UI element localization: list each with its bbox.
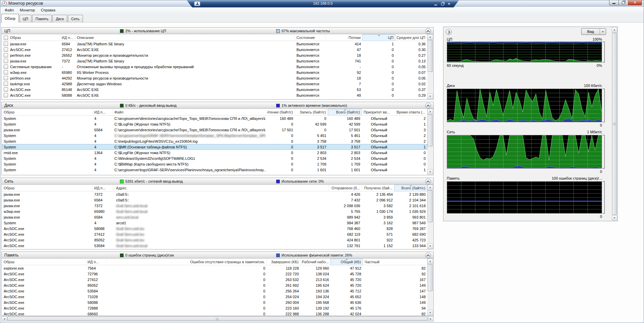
column-header[interactable]: Общий (КБ) (331, 259, 363, 265)
table-row[interactable]: rmid.exe1364C:\$LogFile (Журнал тома NTF… (2, 150, 427, 155)
scroll-left-icon[interactable]: ◄ (2, 316, 7, 321)
scroll-up-icon[interactable]: ▲ (427, 185, 433, 190)
scrollbar-thumb[interactable] (612, 33, 617, 215)
table-row[interactable]: w3wp.exe65980IIS Worker ProcessВыполняет… (2, 70, 427, 75)
cpu-scrollbar[interactable]: ▲ ▼ (427, 34, 433, 99)
column-header[interactable]: ИД п... (93, 109, 113, 116)
table-row[interactable]: perfmon.exe44292Монитор ресурсов и произ… (2, 75, 427, 81)
collapse-button[interactable] (425, 103, 431, 108)
table-row[interactable]: ArcSOC.exe274120263 532213 61645 720167 (2, 277, 427, 282)
column-header[interactable]: Завершено (КБ) (267, 259, 301, 265)
table-row[interactable]: perfmon.exe26552Монитор ресурсов и произ… (2, 52, 427, 58)
row-checkbox[interactable] (4, 64, 8, 69)
row-checkbox[interactable] (4, 42, 8, 46)
scroll-down-icon[interactable]: ▼ (427, 169, 433, 175)
table-row[interactable]: ArcSOC.exe535840256 264193 13645 712147 (2, 288, 427, 294)
table-row[interactable]: ArcSOC.exe85052Graf-Serv.unit.loc424 801… (2, 237, 427, 243)
table-row[interactable]: ArcSOC.exe850520261 692195 62445 720149 (2, 282, 427, 288)
table-row[interactable]: javaw.exe7372c0a8:5::4 4262 135 4542 139… (2, 191, 427, 197)
column-header[interactable]: Чтение (байт/с) (267, 109, 295, 116)
table-row[interactable]: ArcSOC.exe710280254 024194 32445 652148 (2, 294, 427, 299)
column-header[interactable]: Рабочий набо... (301, 259, 331, 265)
table-row[interactable]: javaw.exe7372Java(TM) Platform SE binary… (2, 58, 427, 64)
close-button[interactable]: × (628, 0, 642, 5)
table-row[interactable]: System4arcst1984 3873 162987 549 (2, 220, 427, 226)
column-header[interactable]: Состояние (295, 34, 326, 41)
column-header[interactable]: Образ (2, 259, 86, 265)
select-all-checkbox[interactable] (4, 36, 8, 40)
table-row[interactable]: ArcSOC.exe53584Graf-Serv.unit.local132 7… (2, 243, 427, 248)
table-row[interactable]: Системные прерывания-Отложенные вызовы п… (2, 64, 427, 70)
scroll-up-icon[interactable]: ▲ (427, 259, 433, 264)
column-header[interactable]: Образ (2, 34, 60, 41)
table-row[interactable]: javaw.exe6584C:\arcgisserver\directories… (2, 127, 427, 133)
network-scrollbar[interactable]: ▲ ▼ (427, 185, 433, 249)
scroll-right-icon[interactable]: ► (428, 316, 433, 321)
table-row[interactable]: w3wp.exe65980Graf-Serv.unit.local5 7551 … (2, 209, 427, 214)
column-header[interactable]: ИД п... (60, 34, 75, 41)
menu-item-1[interactable]: Монитор (17, 7, 38, 13)
column-header[interactable]: Адрес (114, 185, 329, 191)
scrollbar-thumb[interactable] (428, 40, 433, 72)
table-row[interactable]: System4C:\Windows\System32\config\SOFTWA… (2, 155, 427, 161)
collapse-button[interactable] (425, 28, 431, 34)
row-checkbox[interactable] (4, 76, 8, 80)
view-button[interactable]: Вид ▼ (581, 28, 606, 35)
column-header[interactable]: Время ответа (... (396, 109, 427, 116)
table-row[interactable]: System4C:\$LogFile (Журнал тома NTFS)042… (2, 121, 427, 127)
chevron-down-icon[interactable]: ▼ (600, 29, 606, 35)
column-header[interactable]: ЦП (362, 34, 395, 41)
tab-Диск[interactable]: Диск (52, 15, 67, 22)
column-header[interactable]: Всего (байт/с) (394, 185, 427, 191)
scroll-down-icon[interactable]: ▼ (612, 215, 617, 221)
table-row[interactable]: javaw.exe6584c0a8:5::7 4322 096 9122 104… (2, 197, 427, 203)
table-row[interactable]: ArcSOC.exe58088ArcSOC EXEВыполняется4900… (2, 92, 427, 98)
row-checkbox[interactable] (4, 47, 8, 52)
table-row[interactable]: javaw.exe6584serv.unit.local989 9423 859… (2, 214, 427, 220)
row-checkbox[interactable] (4, 59, 8, 63)
column-header[interactable]: Приоритет вв... (362, 109, 396, 116)
column-header[interactable]: Потоки (326, 34, 362, 41)
rdp-minimize-icon[interactable] (434, 5, 437, 5)
panel-scrollbar[interactable]: ▲ ▼ (612, 27, 617, 221)
disk-scrollbar[interactable]: ▲ ▼ (427, 109, 433, 175)
restore-button[interactable] (619, 0, 628, 5)
column-header[interactable]: Запись (байт/с) (295, 109, 328, 116)
column-header[interactable]: Описание (75, 34, 295, 41)
menu-item-2[interactable]: Справка (38, 7, 58, 13)
table-row[interactable]: System4C:\$Mft (Основная таблица файлов … (2, 144, 427, 150)
row-checkbox[interactable] (4, 70, 8, 75)
column-header[interactable]: Получено (бай... (362, 185, 394, 191)
table-row[interactable]: ArcSOC.exe85148ArcSOC EXEВыполняется5300… (2, 87, 427, 92)
table-row[interactable]: System4C:\$BitMap (Карта свободного мест… (2, 161, 427, 167)
menu-item-0[interactable]: Файл (2, 7, 17, 13)
table-row[interactable]: System4C:\arcgisserver\logs\GRAF-SERV\se… (2, 167, 427, 173)
table-row[interactable]: System4C:\arcgisserver\logs\GRAF-SERV\se… (2, 133, 427, 138)
scrollbar-thumb[interactable] (428, 264, 433, 291)
row-checkbox[interactable] (4, 53, 8, 57)
scroll-down-icon[interactable]: ▼ (427, 310, 433, 315)
scroll-down-icon[interactable]: ▼ (427, 243, 433, 249)
column-header[interactable]: Отправлено (б... (329, 185, 362, 191)
table-row[interactable]: taskmgr.exe42988Диспетчер задач WindowsВ… (2, 81, 427, 87)
rdp-restore-icon[interactable] (441, 3, 444, 5)
scrollbar-thumb[interactable] (7, 317, 428, 321)
row-checkbox[interactable] (4, 82, 8, 86)
table-row[interactable]: ArcSOC.exe27412Graf-Serv.unit.loc682 119… (2, 231, 427, 237)
column-header[interactable]: ИД п... (93, 185, 115, 191)
collapse-button[interactable] (425, 252, 431, 258)
column-header[interactable]: Всего (байт/с) (328, 109, 362, 116)
table-row[interactable]: javaw.exe6584Java(TM) Platform SE binary… (2, 41, 427, 47)
rdp-close-icon[interactable]: × (448, 1, 450, 6)
column-header[interactable]: Среднее для ЦП (395, 34, 427, 41)
scroll-up-icon[interactable]: ▲ (612, 27, 617, 33)
panel-toggle-button[interactable] (446, 29, 452, 35)
table-row[interactable]: explorer.exe75640118 228129 96047 91282 (2, 265, 427, 271)
table-row[interactable]: ArcSOC.exe580880260 004195 56845 636149 (2, 299, 427, 305)
row-checkbox[interactable] (4, 93, 8, 97)
scroll-up-icon[interactable]: ▲ (427, 34, 433, 40)
scrollbar-thumb[interactable] (428, 190, 433, 222)
column-header[interactable]: Частный (363, 259, 427, 265)
tab-Память[interactable]: Память (32, 15, 52, 22)
tab-Сеть[interactable]: Сеть (68, 15, 83, 22)
